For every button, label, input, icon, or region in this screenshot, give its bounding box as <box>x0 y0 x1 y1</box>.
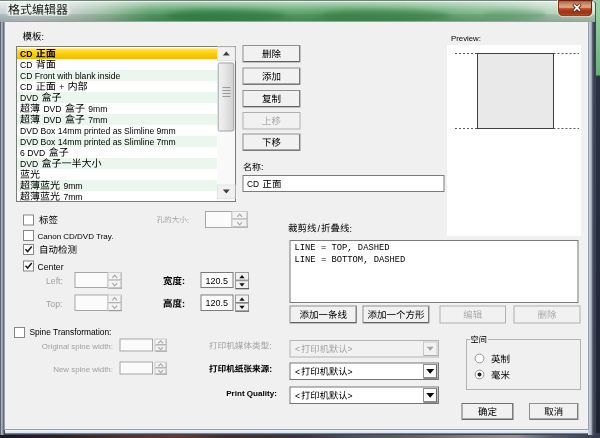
svg-text:7mm: 7mm <box>61 192 82 202</box>
svg-text:DVD: DVD <box>41 115 64 125</box>
svg-text:LINE = BOTTOM, DASHED: LINE = BOTTOM, DASHED <box>295 255 406 265</box>
svg-text:>: > <box>348 367 353 377</box>
svg-text:Preview:: Preview: <box>451 34 481 43</box>
svg-text::: : <box>187 216 189 225</box>
svg-text:DVD Box 14mm printed as Slimli: DVD Box 14mm printed as Slimline 9mm <box>20 126 176 136</box>
svg-text:New spine width:: New spine width: <box>53 365 113 374</box>
svg-text:CD: CD <box>20 60 35 70</box>
svg-text::: : <box>261 162 264 172</box>
svg-text:Left:: Left: <box>46 276 63 286</box>
svg-text:CD: CD <box>20 49 35 59</box>
svg-text:<: < <box>295 367 300 377</box>
svg-text::: : <box>269 341 271 351</box>
svg-text:+: + <box>57 82 67 92</box>
svg-text:Top:: Top: <box>46 299 62 309</box>
svg-text::: : <box>182 276 185 286</box>
svg-text::: : <box>182 299 185 309</box>
svg-text:>: > <box>348 391 353 401</box>
svg-text:CD Front with blank inside: CD Front with blank inside <box>20 71 121 81</box>
svg-text:Original spine width:: Original spine width: <box>42 342 113 351</box>
svg-text:<: < <box>295 391 300 401</box>
svg-text:Center: Center <box>38 262 64 272</box>
svg-text:9mm: 9mm <box>86 104 107 114</box>
svg-text:6 DVD: 6 DVD <box>20 148 48 158</box>
svg-text:DVD: DVD <box>20 93 41 103</box>
svg-text::: : <box>350 224 353 234</box>
svg-text::: : <box>42 32 45 42</box>
svg-text:Canon CD/DVD Tray.: Canon CD/DVD Tray. <box>38 232 114 241</box>
svg-text:LINE = TOP, DASHED: LINE = TOP, DASHED <box>295 243 390 253</box>
svg-text::: : <box>269 364 272 374</box>
svg-text:120.5: 120.5 <box>206 298 229 308</box>
svg-text:DVD Box 14mm printed as Slimli: DVD Box 14mm printed as Slimline 7mm <box>20 137 176 147</box>
svg-text:<: < <box>295 344 300 354</box>
svg-text:CD: CD <box>247 179 261 189</box>
svg-text:>: > <box>348 344 353 354</box>
svg-text:DVD: DVD <box>20 159 41 169</box>
svg-text:9mm: 9mm <box>61 181 82 191</box>
svg-text:Spine Transformation:: Spine Transformation: <box>30 327 112 337</box>
svg-text:DVD: DVD <box>41 104 64 114</box>
svg-text:CD: CD <box>20 82 35 92</box>
svg-text:Print Quality:: Print Quality: <box>226 389 277 398</box>
svg-text:120.5: 120.5 <box>206 276 229 286</box>
svg-text:7mm: 7mm <box>86 115 107 125</box>
